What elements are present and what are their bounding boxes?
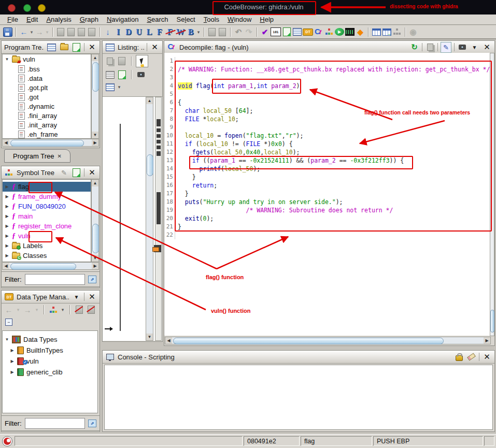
create-tree-icon[interactable] xyxy=(47,42,56,52)
dtm-tree-icon[interactable] xyxy=(49,305,58,315)
symbol-tree-close-icon[interactable]: ✕ xyxy=(87,168,97,178)
snapshot-camera-icon[interactable] xyxy=(457,42,467,52)
listing-format-dropdown-icon[interactable]: ▾ xyxy=(117,82,121,92)
letter-u-icon[interactable]: U xyxy=(134,27,144,37)
collapse-all-icon[interactable]: − xyxy=(4,317,13,327)
expander-icon[interactable]: ▶ xyxy=(5,194,9,199)
filter-pointers-icon[interactable] xyxy=(87,305,96,315)
open-folder-icon[interactable] xyxy=(59,42,69,52)
menu-select[interactable]: Select xyxy=(173,16,200,23)
expander-icon[interactable]: ▼ xyxy=(5,57,9,62)
menu-search[interactable]: Search xyxy=(143,16,172,23)
tree-row-section[interactable]: .got.plt xyxy=(3,83,91,92)
merge-out-icon[interactable] xyxy=(218,27,227,37)
dtm-tree-dropdown-icon[interactable]: ▾ xyxy=(61,305,65,315)
goto-symbol-icon[interactable] xyxy=(72,168,81,178)
decompiler-icon[interactable] xyxy=(314,27,323,37)
dtm-close-icon[interactable]: ✕ xyxy=(87,292,97,302)
tree-row-section[interactable]: .fini_array xyxy=(3,111,91,120)
scroll-down-icon[interactable]: ▼ xyxy=(146,334,153,340)
merge-in-icon[interactable] xyxy=(207,27,217,37)
tree-row-section[interactable]: .dynamic xyxy=(3,102,91,111)
symbol-row-fun_08049020[interactable]: ▶ƒFUN_08049020 xyxy=(3,201,91,211)
expander-icon[interactable]: ▶ xyxy=(5,214,9,219)
menu-help[interactable]: Help xyxy=(256,16,278,23)
symbol-row-register_tm_clone[interactable]: ▶ƒregister_tm_clone xyxy=(3,221,91,231)
window-minimize-button[interactable] xyxy=(38,4,46,12)
letter-w-strike-icon[interactable]: W xyxy=(176,27,185,37)
scroll-right-icon[interactable]: ▶ xyxy=(92,139,98,146)
scroll-thumb[interactable] xyxy=(147,154,153,176)
console-output[interactable] xyxy=(104,365,493,430)
symbol-tree-vscrollbar[interactable]: ▲ ▼ xyxy=(91,179,99,262)
copy-icon[interactable] xyxy=(425,42,435,52)
listing-format-icon[interactable] xyxy=(105,82,115,92)
clear-flow-icon[interactable] xyxy=(66,27,76,37)
scroll-thumb[interactable] xyxy=(173,338,444,344)
tree-row-section[interactable]: .init_array xyxy=(3,120,91,129)
tab-close-icon[interactable]: ✕ xyxy=(58,153,62,159)
symbol-tree-hscrollbar[interactable]: ◀ ▶ xyxy=(2,262,99,270)
dtm-row-data-types[interactable]: ▼Data Types xyxy=(3,334,97,345)
call-tree-icon[interactable] xyxy=(392,27,402,37)
letter-l-icon[interactable]: L xyxy=(145,27,154,37)
snapshot-camera-icon[interactable] xyxy=(136,69,146,80)
expander-icon[interactable]: ▶ xyxy=(5,243,9,248)
menu-analysis[interactable]: Analysis xyxy=(42,16,75,23)
scroll-thumb[interactable] xyxy=(92,62,99,92)
symbol-row-main[interactable]: ▶ƒmain xyxy=(3,211,91,221)
expander-icon[interactable]: ▶ xyxy=(5,184,9,189)
run-script-icon[interactable]: ▶ xyxy=(335,28,344,36)
copy-icon[interactable] xyxy=(105,56,115,66)
scroll-thumb[interactable] xyxy=(490,310,494,333)
menu-navigation[interactable]: Navigation xyxy=(103,16,143,23)
letter-f-icon[interactable]: F xyxy=(155,27,164,37)
dtm-forward-dropdown-icon[interactable]: ▾ xyxy=(35,305,39,315)
letter-d-icon[interactable]: D xyxy=(124,27,133,37)
refresh-icon[interactable]: ↻ xyxy=(409,42,419,52)
filter-options-icon[interactable]: ⇗ xyxy=(88,276,96,283)
menu-graph[interactable]: Graph xyxy=(76,16,103,23)
dtm-menu-dropdown-icon[interactable]: ▼ xyxy=(72,292,81,302)
dtm-filter-input[interactable] xyxy=(25,418,86,429)
tree-row-root[interactable]: ▼vuln xyxy=(3,54,91,64)
paste-icon[interactable] xyxy=(117,56,126,66)
listing-close-icon[interactable]: ✕ xyxy=(150,42,160,52)
table-export-icon[interactable] xyxy=(382,27,391,37)
bookmark-diamond-icon[interactable]: ◆ xyxy=(356,27,365,37)
symbol-row-classes[interactable]: ▶CClasses xyxy=(3,251,91,261)
clear-code-icon[interactable] xyxy=(56,27,65,37)
dtm-row-generic_clib[interactable]: ▶generic_clib xyxy=(3,367,97,378)
code-text[interactable] xyxy=(175,231,178,239)
undo-icon[interactable]: ↶ xyxy=(234,27,243,37)
scroll-thumb[interactable] xyxy=(10,140,84,147)
dtm-back-dropdown-icon[interactable]: ▾ xyxy=(16,305,20,315)
comment-history-icon[interactable]: ◉ xyxy=(408,27,418,37)
diff-view-icon[interactable] xyxy=(117,69,126,80)
decompile-close-icon[interactable]: ✕ xyxy=(482,42,492,52)
scroll-lock-icon[interactable] xyxy=(454,352,464,362)
symbol-filter-input[interactable] xyxy=(25,274,86,285)
redo-icon[interactable]: ↷ xyxy=(244,27,253,37)
nav-back-icon[interactable]: ← xyxy=(19,27,29,37)
scroll-left-icon[interactable]: ◀ xyxy=(3,139,9,146)
expander-icon[interactable]: ▶ xyxy=(10,370,15,374)
function-call-graph-icon[interactable] xyxy=(324,27,334,37)
expander-icon[interactable]: ▶ xyxy=(5,253,9,258)
scroll-left-icon[interactable]: ◀ xyxy=(3,263,9,269)
letter-f-strike-icon[interactable]: F xyxy=(165,27,175,37)
goto-view-icon[interactable] xyxy=(72,42,81,52)
save-icon[interactable] xyxy=(3,27,12,37)
nav-back-dropdown-icon[interactable]: ▾ xyxy=(30,27,34,37)
scroll-left-icon[interactable]: ◀ xyxy=(165,337,172,344)
scroll-up-icon[interactable]: ▲ xyxy=(146,97,153,104)
window-maximize-button[interactable] xyxy=(23,4,31,12)
expander-icon[interactable]: ▶ xyxy=(5,224,9,228)
window-close-button[interactable] xyxy=(8,4,16,12)
scroll-thumb[interactable] xyxy=(92,224,99,253)
expander-icon[interactable]: ▶ xyxy=(10,348,15,353)
validate-icon[interactable]: ✔ xyxy=(260,27,270,37)
listing-vscrollbar[interactable]: ▲ ▼ xyxy=(146,97,153,341)
menu-edit[interactable]: Edit xyxy=(22,16,42,23)
scroll-down-icon[interactable]: ▼ xyxy=(92,132,98,138)
